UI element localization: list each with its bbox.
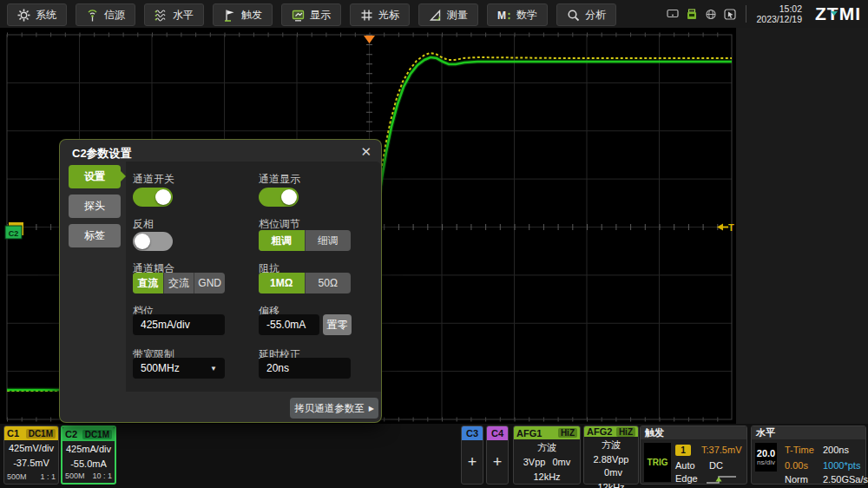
c4-add-button[interactable]: + bbox=[487, 440, 508, 484]
bottom-status-bar: C1 DC1M 425mV/div -37.5mV 500M 1 : 1 C2 … bbox=[0, 424, 868, 488]
toolbar-button-cursor[interactable]: 光标 bbox=[350, 3, 410, 26]
toolbar-button-system[interactable]: 系统 bbox=[7, 3, 67, 26]
source-icon bbox=[86, 9, 99, 22]
channel-display-toggle[interactable] bbox=[259, 188, 299, 207]
gain_mode-option-0[interactable]: 粗调 bbox=[259, 230, 306, 251]
toolbar-label-math: 数学 bbox=[516, 8, 537, 23]
cursor-hash-icon bbox=[360, 9, 373, 22]
invert-label: 反相 bbox=[133, 217, 154, 232]
impedance-option-1[interactable]: 50Ω bbox=[306, 273, 352, 293]
c2-offset: -55.0mA bbox=[62, 458, 115, 471]
display-icon bbox=[292, 9, 305, 22]
c4-header: C4 bbox=[487, 426, 508, 440]
afg1-box[interactable]: AFG1 HiZ 方波 3Vpp 0mv 12kHz bbox=[513, 425, 581, 485]
toolbar-button-horizontal[interactable]: 水平 bbox=[144, 3, 204, 26]
timebase-unit: ns/div bbox=[757, 458, 775, 466]
offset-input[interactable]: -55.0mA bbox=[259, 314, 319, 335]
acquisition-mode: Norm bbox=[785, 474, 808, 485]
coupling-option-1[interactable]: 交流 bbox=[164, 273, 195, 293]
gain_mode-option-1[interactable]: 细调 bbox=[306, 230, 352, 251]
afg1-impedance-badge: HiZ bbox=[558, 428, 577, 438]
tab-probe[interactable]: 探头 bbox=[69, 195, 121, 218]
screen-icon[interactable] bbox=[667, 9, 679, 20]
close-icon[interactable]: ✕ bbox=[360, 144, 372, 160]
scale-input[interactable]: 425mA/div bbox=[133, 314, 225, 335]
c1-offset: -37.5mV bbox=[4, 457, 58, 470]
trigger-level-marker[interactable]: T bbox=[717, 222, 734, 233]
copy-button-label: 拷贝通道参数至 bbox=[294, 402, 365, 415]
tab-settings[interactable]: 设置 bbox=[69, 165, 121, 188]
toolbar-button-analyze[interactable]: 分析 bbox=[556, 3, 616, 26]
c1-box[interactable]: C1 DC1M 425mV/div -37.5mV 500M 1 : 1 bbox=[3, 425, 59, 485]
record-points: 1000*pts bbox=[823, 460, 860, 471]
usb-icon[interactable] bbox=[686, 9, 698, 20]
c4-box[interactable]: C4 + bbox=[486, 425, 509, 485]
trigger-flag-icon bbox=[223, 9, 236, 22]
afg1-amplitude-offset: 3Vpp 0mv bbox=[514, 456, 580, 469]
toolbar-button-source[interactable]: 信源 bbox=[76, 3, 135, 26]
c2-box[interactable]: C2 DC1M 425mA/div -55.0mA 500M 10 : 1 bbox=[61, 425, 116, 485]
c2-footer: 500M 10 : 1 bbox=[62, 472, 115, 483]
trigger-panel-title: 触发 bbox=[641, 426, 746, 439]
toolbar-button-trigger[interactable]: 触发 bbox=[213, 3, 273, 26]
coupling-option-0[interactable]: 直流 bbox=[133, 273, 164, 293]
svg-text:T: T bbox=[728, 222, 734, 233]
toolbar-label-source: 信源 bbox=[104, 8, 125, 23]
horizontal-panel[interactable]: 水平 20.0 ns/div T-Time 200ns 0.00s 1000*p… bbox=[751, 425, 866, 485]
trigger-position-marker[interactable] bbox=[364, 36, 375, 43]
channel-switch-toggle[interactable] bbox=[133, 188, 173, 207]
svg-text:M: M bbox=[497, 10, 506, 22]
svg-text:C2: C2 bbox=[9, 229, 19, 238]
channel-ground-markers[interactable]: C2 bbox=[5, 222, 23, 239]
trigger-panel[interactable]: 触发 TRIG 1 T:37.5mV Auto DC Edge bbox=[640, 425, 747, 485]
channel-switch-label: 通道开关 bbox=[133, 172, 174, 187]
clock-time: 15:02 bbox=[756, 3, 802, 14]
horizontal-waves-icon bbox=[155, 9, 168, 22]
clock-date: 2023/12/19 bbox=[756, 14, 802, 24]
c2-coupling-badge: DC1M bbox=[82, 430, 112, 439]
c3-box[interactable]: C3 + bbox=[461, 425, 483, 485]
edge-slope-icon bbox=[705, 474, 738, 485]
invert-toggle[interactable] bbox=[133, 232, 173, 251]
coupling-segments: 直流交流GND bbox=[133, 273, 225, 293]
gear-icon bbox=[17, 9, 30, 22]
c2-scale: 425mA/div bbox=[62, 443, 115, 456]
chevron-down-icon: ▼ bbox=[210, 365, 217, 373]
deskew-input[interactable]: 20ns bbox=[259, 358, 351, 379]
t-time-value: 200ns bbox=[823, 445, 849, 455]
c2-bandwidth: 500M bbox=[65, 472, 85, 480]
impedance-segments: 1MΩ50Ω bbox=[259, 273, 351, 293]
dialog-title: C2参数设置 bbox=[72, 146, 132, 162]
deskew-value: 20ns bbox=[266, 362, 289, 374]
tab-label-settings: 设置 bbox=[84, 169, 105, 184]
sample-rate: 2.50GSa/s bbox=[823, 474, 868, 485]
tab-label-label: 标签 bbox=[84, 228, 105, 243]
afg2-box[interactable]: AFG2 HiZ 方波 2.88Vpp 0mv 12kHz bbox=[583, 425, 639, 485]
timebase-scale: 20.0 bbox=[757, 448, 775, 458]
copy-channel-params-button[interactable]: 拷贝通道参数至 ▶ bbox=[290, 398, 378, 419]
tab-label[interactable]: 标签 bbox=[69, 224, 121, 247]
delay-value: 0.00s bbox=[785, 460, 808, 471]
afg1-offset: 0mv bbox=[552, 457, 570, 467]
impedance-option-0[interactable]: 1MΩ bbox=[259, 273, 306, 293]
afg2-frequency: 12kHz bbox=[584, 481, 638, 488]
c3-add-button[interactable]: + bbox=[462, 440, 483, 484]
trigger-coupling: DC bbox=[709, 460, 723, 471]
toolbar-button-math[interactable]: M数学 bbox=[487, 3, 548, 26]
touch-icon[interactable] bbox=[724, 9, 736, 20]
trigger-mode: Auto bbox=[675, 460, 695, 471]
toolbar-label-trigger: 触发 bbox=[241, 8, 262, 23]
afg1-waveform: 方波 bbox=[514, 441, 580, 454]
math-m-icon: M bbox=[497, 9, 511, 22]
network-icon[interactable] bbox=[705, 9, 717, 20]
toolbar-label-cursor: 光标 bbox=[378, 8, 399, 23]
toolbar-button-display[interactable]: 显示 bbox=[281, 3, 341, 26]
channel-display-label: 通道显示 bbox=[259, 172, 300, 187]
zero-button[interactable]: 置零 bbox=[323, 314, 352, 335]
trigger-source-badge: 1 bbox=[675, 445, 691, 456]
bandwidth-dropdown[interactable]: 500MHz ▼ bbox=[133, 358, 225, 379]
coupling-option-2[interactable]: GND bbox=[194, 273, 225, 293]
toolbar-button-measure[interactable]: 测量 bbox=[418, 3, 478, 26]
toolbar-label-analyze: 分析 bbox=[585, 8, 606, 23]
t-time-label: T-Time bbox=[785, 445, 814, 455]
